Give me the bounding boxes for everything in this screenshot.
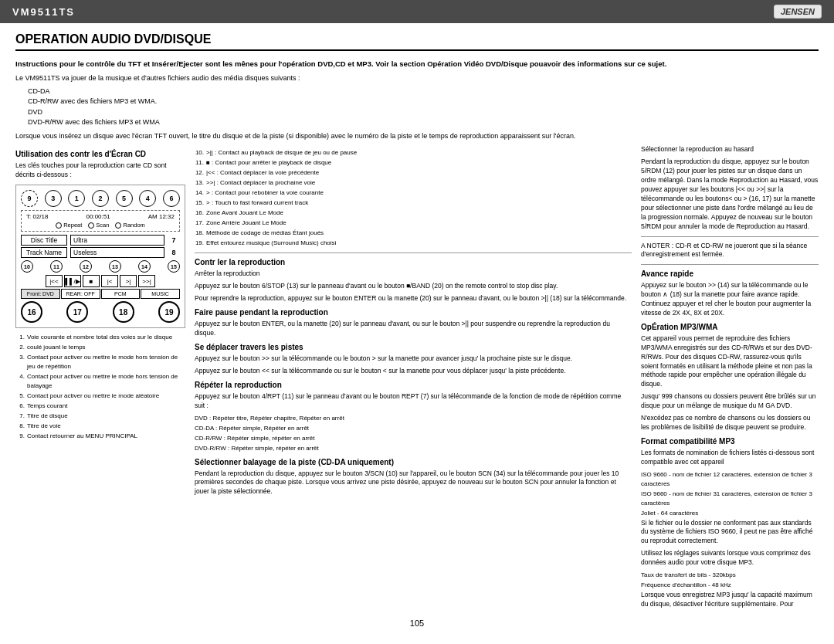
track-name-label: Track Name <box>21 247 67 258</box>
small-buttons-row: 10 11 12 13 14 15 <box>21 260 180 273</box>
bottom-btn-18[interactable]: 18 <box>113 301 134 323</box>
format-item-2: ISO 9660 - nom de fichier 31 caractères,… <box>641 490 819 508</box>
right-settings-intro: Utilisez les réglages suivants lorsque v… <box>641 549 819 568</box>
mid-list-14: 14. > : Contact pour rebobiner la voie c… <box>195 188 632 198</box>
intro-text1: Le VM9511TS va jouer de la musique et d'… <box>15 73 819 83</box>
mid-text-12: |<< : Contact déplacer la voie précédent… <box>206 168 319 178</box>
mid-divider1 <box>195 253 632 253</box>
disc-title-value: Ultra <box>70 235 164 246</box>
list-num-8: 8. <box>15 422 25 431</box>
right-divider2 <box>641 264 819 265</box>
mid-text-15: > : Touch to fast forward current track <box>206 198 308 208</box>
list-item: DVD-R/RW avec des fichiers MP3 et WMA <box>28 117 819 128</box>
btn-2[interactable]: 2 <box>92 190 109 207</box>
header: VM9511TS JENSEN <box>0 0 834 23</box>
list-item-7: 7. Titre de disque <box>15 412 185 421</box>
list-text-2: coulé jouant le temps <box>27 343 86 352</box>
source-front-dvd[interactable]: Front: DVD <box>21 289 60 299</box>
transport-prev[interactable]: |< <box>101 275 118 287</box>
repeat-item-cdrw: CD-R/RW : Répéter simple, répéter en arr… <box>195 434 632 443</box>
right-divider1 <box>641 236 819 237</box>
repeat-item-dvd: DVD : Répéter titre, Répéter chapitre, R… <box>195 414 632 423</box>
repeat-item-cdda: CD-DA : Répéter simple, Répéter en arrêt <box>195 424 632 433</box>
mid-scan-title: Sélectionner balayage de la piste (CD-DA… <box>195 458 632 466</box>
list-item-9: 9. Contact retourner au MENU PRINCIPAL <box>15 432 185 441</box>
mid-scan-body: Pendant la reproduction du disque, appuy… <box>195 469 632 497</box>
list-num-9: 9. <box>15 432 25 441</box>
middle-numbered-list: 10. >|| : Contact au playback de disque … <box>195 148 632 248</box>
transport-next[interactable]: >| <box>120 275 137 287</box>
right-format-list: ISO 9660 - nom de fichier 12 caractères,… <box>641 470 819 518</box>
btn-6[interactable]: 6 <box>163 190 180 207</box>
disc-title-row: Disc Title Ultra 7 <box>21 235 180 246</box>
mid-skip-body2: Appuyez sur le bouton << sur la télécomm… <box>195 367 632 376</box>
display-track: T: 02/18 <box>26 213 48 220</box>
source-music[interactable]: MUSIC <box>141 289 180 299</box>
disc-title-label: Disc Title <box>21 235 67 246</box>
small-btn-11[interactable]: 11 <box>50 260 63 273</box>
transport-next-next[interactable]: >>| <box>138 275 155 287</box>
small-btn-10[interactable]: 10 <box>21 260 33 273</box>
source-rear-off[interactable]: REAR: OFF <box>61 289 100 299</box>
mid-list-11: 11. ■ : Contact pour arrêter le playback… <box>195 158 632 168</box>
list-text-3: Contact pour activer ou mettre le mode h… <box>27 353 185 371</box>
bottom-btn-17[interactable]: 17 <box>66 301 88 323</box>
mid-text-13: >>| : Contact déplacer la prochaine voie <box>206 178 315 188</box>
list-num-2: 2. <box>15 343 25 352</box>
settings-item-2: Fréquence d'échantillon - 48 kHz <box>641 581 819 590</box>
source-pcm[interactable]: PCM <box>101 289 141 299</box>
small-btn-13[interactable]: 13 <box>109 260 121 273</box>
left-column: Utilisation des contr les d'Écran CD Les… <box>15 145 185 612</box>
btn-4[interactable]: 4 <box>139 190 156 207</box>
mid-list-17: 17. Zone Arrière Jouant Le Mode <box>195 219 632 228</box>
list-num-7: 7. <box>15 412 25 421</box>
right-iso-note: Si le fichier ou le dossier ne conformen… <box>641 519 819 547</box>
small-btn-12[interactable]: 12 <box>80 260 92 273</box>
btn-9[interactable]: 9 <box>21 190 38 207</box>
left-numbered-list: 1. Voie courante et nombre total des voi… <box>15 333 185 441</box>
bottom-btn-19[interactable]: 19 <box>158 301 180 323</box>
main-content: OPERATION AUDIO DVD/DISQUE Instructions … <box>0 23 834 636</box>
mid-repeat-title: Répéter la reproduction <box>195 381 632 389</box>
btn-5[interactable]: 5 <box>116 190 133 207</box>
track-name-num: 8 <box>168 249 180 256</box>
transport-stop[interactable]: ■ <box>83 275 100 287</box>
option-scan: Scan <box>88 222 109 229</box>
header-logo: JENSEN <box>774 5 822 19</box>
mid-num-10: 10. <box>195 148 204 158</box>
list-item-4: 4. Contact pour activer ou mettre le mod… <box>15 372 185 391</box>
display-time: 00:00:51 <box>86 213 110 220</box>
radio-repeat <box>56 222 62 229</box>
mid-list-19: 19. Effet entourez musique (Surround Mus… <box>195 239 632 248</box>
list-item-5: 5. Contact pour activer ou mettre le mod… <box>15 391 185 401</box>
mid-pause-body: Appuyez sur le bouton ENTER, ou la manet… <box>195 320 632 338</box>
list-item-2: 2. coulé jouant le temps <box>15 343 185 352</box>
mid-text-10: >|| : Contact au playback de disque de j… <box>206 148 357 158</box>
mid-resume-body: Pour reprendre la reproduction, appuyez … <box>195 294 632 303</box>
header-title: VM9511TS <box>12 6 75 18</box>
list-text-9: Contact retourner au MENU PRINCIPAL <box>27 432 137 441</box>
small-btn-14[interactable]: 14 <box>138 260 151 273</box>
bottom-btn-16[interactable]: 16 <box>21 301 42 323</box>
right-format-body: Les formats de nomination de fichiers li… <box>641 449 819 467</box>
format-item-2-text: ISO 9660 - nom de fichier 31 caractères,… <box>641 490 819 508</box>
repeat-item-cdda-text: CD-DA : Répéter simple, Répéter en arrêt <box>195 424 309 433</box>
btn-1[interactable]: 1 <box>68 190 85 207</box>
mid-repeat-list: DVD : Répéter titre, Répéter chapitre, R… <box>195 414 632 453</box>
transport-prev-prev[interactable]: |<< <box>46 275 63 287</box>
list-text-4: Contact pour activer ou mettre le mode h… <box>27 372 185 391</box>
mid-list-16: 16. Zone Avant Jouant Le Mode <box>195 208 632 218</box>
track-name-value: Useless <box>70 247 164 258</box>
small-btn-15[interactable]: 15 <box>168 260 180 273</box>
btn-3[interactable]: 3 <box>45 190 62 207</box>
mid-list-15: 15. > : Touch to fast forward current tr… <box>195 198 632 208</box>
top-buttons-row: 9 3 1 2 5 4 6 <box>21 190 180 207</box>
mid-stop-label: Arrêter la reproduction <box>195 269 632 279</box>
mid-skip-title: Se déplacer travers les pistes <box>195 343 632 351</box>
list-item: CD-R/RW avec des fichiers MP3 et WMA. <box>28 97 819 107</box>
right-mp3-body2: Jusqu' 999 chansons ou dossiers peuvent … <box>641 392 819 411</box>
option-repeat: Repeat <box>56 222 82 229</box>
mid-text-14: > : Contact pour rebobiner la voie coura… <box>206 188 324 198</box>
transport-play-pause[interactable]: ▌▌/▶ <box>64 275 81 287</box>
list-num-5: 5. <box>15 391 25 401</box>
